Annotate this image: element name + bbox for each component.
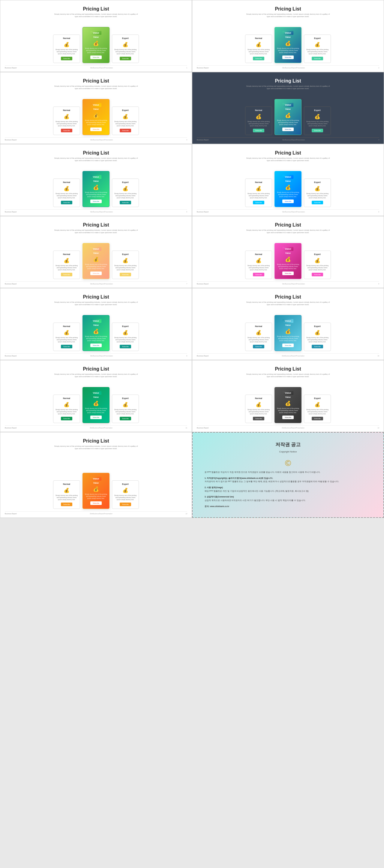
regular-card: Normal💰Simply dummy text of the printing… — [245, 251, 272, 279]
subscribe-button[interactable]: Subscribe — [253, 345, 264, 348]
subscribe-button[interactable]: Subscribe — [253, 273, 264, 276]
subscribe-button[interactable]: Subscribe — [90, 415, 102, 419]
subscribe-button[interactable]: Subscribe — [61, 129, 72, 132]
slide-footer: Business ReportSlimBusiness/Report/Prese… — [197, 281, 379, 285]
subscribe-button[interactable]: Subscribe — [120, 129, 131, 132]
subscribe-button[interactable]: Subscribe — [253, 417, 264, 420]
featured-card: ValueValue💰Simply dummy text of the prin… — [83, 387, 109, 423]
subscribe-button[interactable]: Subscribe — [61, 502, 72, 506]
subscribe-button[interactable]: Subscribe — [282, 199, 294, 203]
subscribe-button[interactable]: Subscribe — [312, 345, 323, 348]
copyright-section-body-1: 저작권자의 허가 없이 본 PPT 템플릿 또는 그 일부를 무단 복제, 변경… — [204, 480, 372, 483]
subscribe-button[interactable]: Subscribe — [253, 201, 264, 204]
card-description: Simply dummy text of the printing and ty… — [277, 48, 299, 54]
card-description: Simply dummy text of the printing and ty… — [247, 121, 270, 127]
subscribe-button[interactable]: Subscribe — [120, 417, 131, 420]
footer-right: 8 — [378, 283, 379, 285]
featured-banner: Value — [91, 103, 102, 107]
copyright-slide: 저작권 공고Copyright Notice©본 PPT 템플릿은 작성자가 직… — [192, 432, 384, 518]
featured-banner: Value — [283, 391, 294, 395]
card-title: Normal — [63, 37, 70, 39]
price-icon: 💰 — [256, 258, 262, 264]
subscribe-button[interactable]: Subscribe — [61, 57, 72, 60]
pricing-cards: Normal💰Simply dummy text of the printing… — [53, 21, 139, 63]
subscribe-button[interactable]: Subscribe — [282, 415, 294, 419]
featured-card: ValueValue💰Simply dummy text of the prin… — [83, 315, 109, 351]
subscribe-button[interactable]: Subscribe — [253, 57, 264, 60]
card-title: Normal — [63, 483, 70, 485]
subscribe-button[interactable]: Subscribe — [312, 129, 323, 132]
card-title: Normal — [63, 181, 70, 183]
subscribe-button[interactable]: Subscribe — [312, 57, 323, 60]
price-icon: 💰 — [256, 402, 262, 407]
subscribe-button[interactable]: Subscribe — [282, 344, 294, 347]
featured-banner: Value — [91, 175, 102, 179]
regular-card: Normal💰Simply dummy text of the printing… — [53, 106, 80, 135]
copyright-section-title-3: 3. 상업적이용(Commercial Use) — [204, 495, 372, 499]
subscribe-button[interactable]: Subscribe — [61, 417, 72, 420]
subscribe-button[interactable]: Subscribe — [120, 345, 131, 348]
subscribe-button[interactable]: Subscribe — [61, 201, 72, 204]
copyright-title: 저작권 공고 — [276, 442, 300, 448]
price-icon: 💰 — [256, 186, 262, 191]
price-icon: 💰 — [285, 329, 291, 334]
subscribe-button[interactable]: Subscribe — [312, 273, 323, 276]
slide-footer: Business ReportSlimBusiness/Report/Prese… — [5, 65, 187, 69]
subscribe-button[interactable]: Subscribe — [282, 56, 294, 59]
regular-card: Normal💰Simply dummy text of the printing… — [53, 251, 80, 279]
card-title: Value — [285, 36, 291, 38]
subscribe-button[interactable]: Subscribe — [120, 57, 131, 60]
regular-card: Normal💰Simply dummy text of the printing… — [245, 395, 272, 423]
pricing-cards: Normal💰Simply dummy text of the printing… — [245, 309, 331, 351]
subscribe-button[interactable]: Subscribe — [253, 129, 264, 132]
footer-left: Business Report — [5, 211, 17, 213]
subscribe-button[interactable]: Subscribe — [61, 345, 72, 348]
regular-card: Expert💰Simply dummy text of the printing… — [304, 322, 331, 351]
card-description: Simply dummy text of the printing and ty… — [85, 493, 107, 500]
subscribe-button[interactable]: Subscribe — [90, 127, 102, 131]
subscribe-button[interactable]: Subscribe — [120, 201, 131, 204]
price-icon: 💰 — [122, 186, 128, 191]
card-description: Simply dummy text of the printing and ty… — [55, 409, 78, 415]
price-icon: 💰 — [64, 114, 70, 119]
card-title: Normal — [255, 37, 262, 39]
subscribe-button[interactable]: Subscribe — [120, 502, 131, 506]
pricing-cards: Normal💰Simply dummy text of the printing… — [53, 309, 139, 351]
subscribe-button[interactable]: Subscribe — [312, 201, 323, 204]
subscribe-button[interactable]: Subscribe — [90, 272, 102, 275]
copyright-body: 본 PPT 템플릿은 작성자가 직접 제작한 것으로 저작권법의 보호를 받습니… — [204, 470, 372, 508]
card-description: Simply dummy text of the printing and ty… — [277, 264, 299, 270]
footer-right: 4 — [378, 139, 379, 141]
card-description: Simply dummy text of the printing and ty… — [306, 121, 329, 127]
subscribe-button[interactable]: Subscribe — [61, 273, 72, 276]
subscribe-button[interactable]: Subscribe — [282, 127, 294, 131]
footer-right: 12 — [377, 427, 379, 429]
footer-right: 7 — [186, 283, 187, 285]
slide-subtitle: Simply dummy text of the printing and ty… — [54, 373, 138, 378]
price-icon: 💰 — [285, 401, 291, 406]
pricing-cards: Normal💰Simply dummy text of the printing… — [245, 93, 331, 135]
footer-center: SlimBusiness/Report/Presentation — [282, 283, 305, 285]
price-icon: 💰 — [122, 114, 128, 119]
regular-card: Expert💰Simply dummy text of the printing… — [112, 34, 139, 63]
subscribe-button[interactable]: Subscribe — [90, 501, 102, 505]
featured-banner: Value — [91, 477, 102, 480]
subscribe-button[interactable]: Subscribe — [312, 417, 323, 420]
slide-title: Pricing List — [83, 150, 109, 156]
price-icon: 💰 — [93, 185, 99, 190]
subscribe-button[interactable]: Subscribe — [120, 273, 131, 276]
footer-right: 2 — [378, 67, 379, 69]
card-description: Simply dummy text of the printing and ty… — [277, 191, 299, 198]
subscribe-button[interactable]: Subscribe — [90, 199, 102, 203]
featured-banner: Value — [283, 103, 294, 107]
pricing-slide-13: Pricing ListSimply dummy text of the pri… — [0, 432, 192, 518]
subscribe-button[interactable]: Subscribe — [282, 272, 294, 275]
regular-card: Expert💰Simply dummy text of the printing… — [304, 251, 331, 279]
subscribe-button[interactable]: Subscribe — [90, 56, 102, 59]
card-description: Simply dummy text of the printing and ty… — [114, 494, 137, 501]
price-icon: 💰 — [285, 40, 291, 46]
slide-footer: Business ReportSlimBusiness/Report/Prese… — [197, 137, 379, 141]
subscribe-button[interactable]: Subscribe — [90, 344, 102, 347]
pricing-slide-8: Pricing ListSimply dummy text of the pri… — [192, 216, 384, 288]
card-title: Value — [285, 108, 291, 110]
